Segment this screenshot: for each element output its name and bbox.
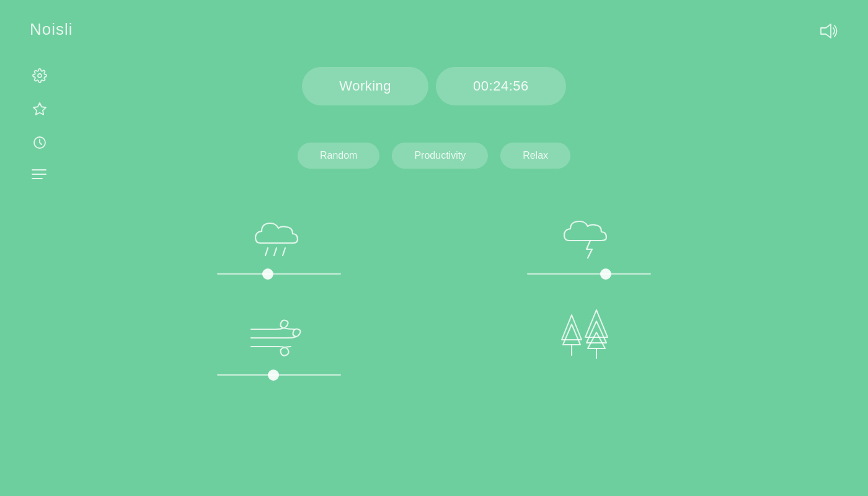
- svg-marker-11: [563, 324, 580, 345]
- app-logo: Noisli: [30, 20, 73, 39]
- sound-thunder[interactable]: [496, 211, 682, 275]
- wind-slider[interactable]: [217, 374, 341, 376]
- sound-wind[interactable]: [186, 312, 372, 376]
- preset-row: Random Productivity Relax: [0, 143, 868, 169]
- thunder-icon: [558, 211, 620, 260]
- svg-line-9: [283, 248, 285, 255]
- working-button[interactable]: Working: [302, 67, 428, 105]
- thunder-slider[interactable]: [527, 273, 651, 275]
- sound-rain[interactable]: [186, 211, 372, 275]
- preset-random[interactable]: Random: [298, 143, 379, 169]
- svg-line-7: [265, 248, 268, 255]
- svg-marker-10: [562, 315, 582, 340]
- timer-display[interactable]: 00:24:56: [436, 67, 566, 105]
- sound-forest[interactable]: [496, 312, 682, 376]
- svg-marker-0: [821, 24, 831, 38]
- rain-slider[interactable]: [217, 273, 341, 275]
- preset-productivity[interactable]: Productivity: [392, 143, 488, 169]
- volume-icon[interactable]: [818, 22, 838, 44]
- sound-grid: [186, 211, 682, 376]
- forest-icon: [558, 312, 620, 361]
- svg-line-8: [274, 248, 277, 255]
- menu-icon[interactable]: [32, 169, 47, 184]
- preset-relax[interactable]: Relax: [500, 143, 570, 169]
- wind-icon: [248, 312, 310, 361]
- rain-icon: [248, 211, 310, 260]
- top-controls: Working 00:24:56: [0, 67, 868, 105]
